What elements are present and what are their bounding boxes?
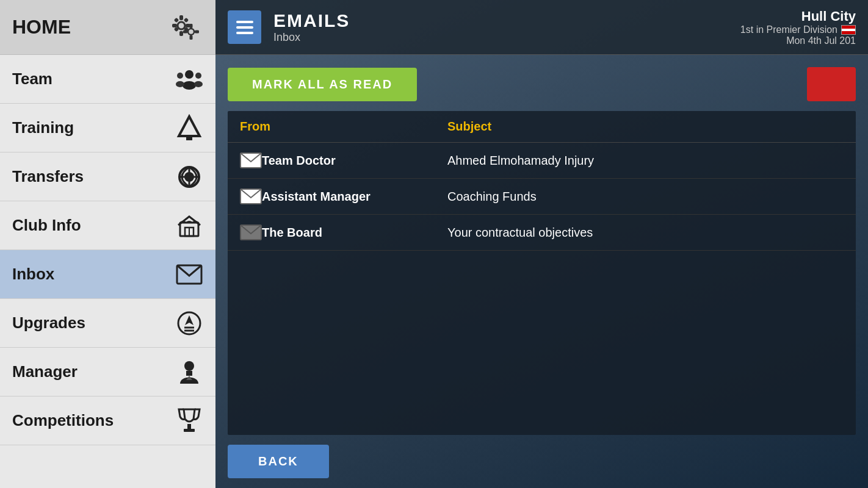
email-table-header: From Subject: [228, 111, 856, 143]
svg-rect-21: [186, 136, 192, 140]
sidebar-item-club-info[interactable]: Club Info: [0, 201, 215, 250]
svg-point-34: [184, 361, 194, 371]
email-from: The Board: [262, 226, 447, 240]
email-rows-container: Team Doctor Ahmed Elmohamady Injury Assi…: [228, 143, 856, 251]
svg-point-19: [194, 81, 203, 87]
sidebar-inbox-label: Inbox: [12, 265, 54, 284]
svg-marker-20: [179, 117, 200, 136]
content-area: MARK ALL AS READ From Subject Team Docto…: [215, 55, 868, 435]
back-button[interactable]: BACK: [228, 445, 329, 478]
action-bar: MARK ALL AS READ: [228, 67, 856, 101]
settings-button[interactable]: [169, 12, 203, 43]
email-subject: Your contractual objectives: [447, 226, 844, 240]
sidebar-item-manager[interactable]: Manager: [0, 348, 215, 396]
svg-rect-10: [190, 24, 193, 28]
sidebar-item-team[interactable]: Team: [0, 55, 215, 104]
header-title-area: EMAILS Inbox: [273, 10, 740, 44]
svg-point-9: [188, 29, 194, 35]
header-emails-label: EMAILS: [273, 10, 740, 31]
sidebar-transfers-label: Transfers: [12, 167, 84, 186]
upgrades-icon: [175, 309, 203, 337]
svg-rect-13: [195, 30, 199, 33]
club-division: 1st in Premier Division: [740, 24, 856, 35]
envelope-icon: [240, 152, 262, 168]
email-from: Team Doctor: [262, 154, 447, 168]
svg-rect-37: [187, 424, 191, 429]
sidebar-item-transfers[interactable]: Transfers: [0, 152, 215, 201]
svg-point-17: [176, 81, 184, 87]
country-flag: [841, 25, 856, 35]
club-name: Hull City: [740, 9, 856, 24]
svg-point-18: [195, 73, 201, 79]
header-club-info: Hull City 1st in Premier Division Mon 4t…: [740, 9, 856, 46]
svg-rect-12: [183, 30, 187, 33]
email-row[interactable]: The Board Your contractual objectives: [228, 215, 856, 251]
hamburger-icon: [236, 21, 253, 34]
svg-rect-1: [179, 15, 183, 20]
col-subject-header: Subject: [447, 120, 844, 134]
svg-rect-5: [174, 17, 179, 22]
sidebar-item-inbox[interactable]: Inbox: [0, 250, 215, 299]
sidebar-competitions-label: Competitions: [12, 411, 114, 430]
club-date: Mon 4th Jul 201: [740, 35, 856, 46]
sidebar-upgrades-label: Upgrades: [12, 314, 85, 332]
svg-rect-11: [190, 35, 193, 40]
sidebar-clubinfo-label: Club Info: [12, 216, 81, 235]
email-table: From Subject Team Doctor Ahmed Elmohamad…: [228, 111, 856, 435]
sidebar-manager-label: Manager: [12, 362, 78, 381]
training-icon: [175, 114, 203, 142]
menu-button[interactable]: [228, 10, 261, 44]
header-bar: EMAILS Inbox Hull City 1st in Premier Di…: [215, 0, 868, 55]
main-content: EMAILS Inbox Hull City 1st in Premier Di…: [215, 0, 868, 488]
email-subject: Ahmed Elmohamady Injury: [447, 154, 844, 168]
bottom-bar: BACK: [215, 435, 868, 488]
competitions-icon: [175, 407, 203, 435]
home-label: HOME: [12, 16, 71, 38]
svg-point-16: [177, 73, 183, 79]
sidebar-item-training[interactable]: Training: [0, 104, 215, 152]
envelope-icon: [240, 224, 262, 240]
email-subject: Coaching Funds: [447, 190, 844, 204]
sidebar-training-label: Training: [12, 118, 74, 137]
manager-icon: [175, 358, 203, 386]
svg-point-0: [178, 22, 185, 29]
svg-point-15: [183, 81, 196, 90]
transfers-icon: [175, 163, 203, 191]
division-text: 1st in Premier Division: [740, 24, 837, 35]
col-from-header: From: [240, 120, 447, 134]
svg-rect-7: [184, 17, 189, 22]
header-inbox-label: Inbox: [273, 31, 740, 44]
clubinfo-icon: [175, 212, 203, 240]
svg-rect-35: [186, 371, 192, 376]
sidebar-team-label: Team: [12, 70, 52, 88]
settings-icon: [169, 12, 203, 43]
svg-rect-38: [184, 429, 195, 432]
svg-rect-3: [172, 24, 177, 27]
sidebar-home[interactable]: HOME: [0, 0, 215, 55]
svg-rect-2: [179, 31, 183, 36]
svg-marker-31: [185, 315, 193, 325]
email-from: Assistant Manager: [262, 190, 447, 204]
inbox-icon: [175, 264, 203, 285]
email-row[interactable]: Team Doctor Ahmed Elmohamady Injury: [228, 143, 856, 179]
sidebar-item-competitions[interactable]: Competitions: [0, 396, 215, 445]
sidebar: HOME: [0, 0, 215, 488]
team-icon: [175, 67, 203, 92]
mark-all-read-button[interactable]: MARK ALL AS READ: [228, 68, 417, 101]
envelope-icon: [240, 188, 262, 204]
red-action-button[interactable]: [807, 67, 856, 101]
sidebar-item-upgrades[interactable]: Upgrades: [0, 299, 215, 348]
email-row[interactable]: Assistant Manager Coaching Funds: [228, 179, 856, 215]
svg-point-14: [185, 70, 193, 79]
